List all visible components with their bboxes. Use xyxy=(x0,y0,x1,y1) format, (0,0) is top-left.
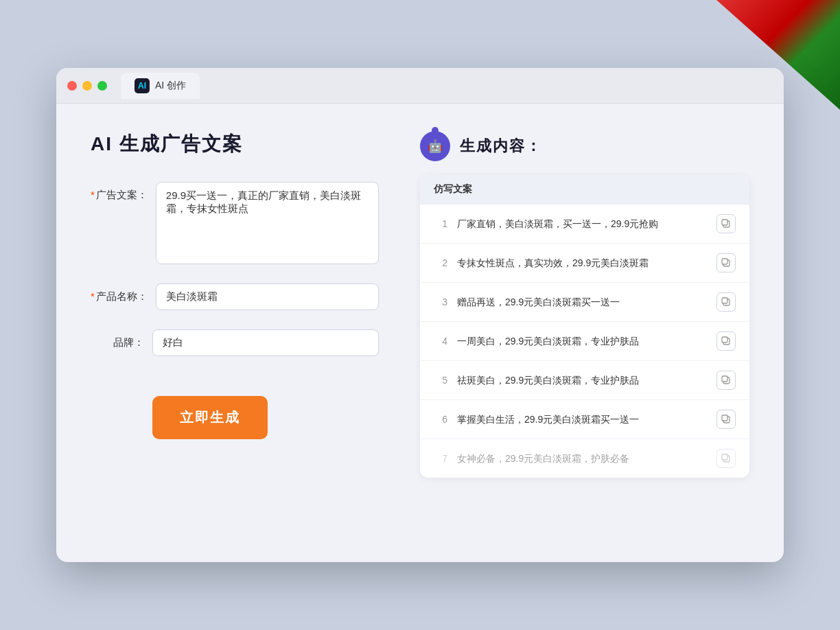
brand-label: 品牌： xyxy=(91,329,152,349)
row-number: 2 xyxy=(434,257,447,268)
copy-button[interactable] xyxy=(716,331,736,351)
copy-button[interactable] xyxy=(716,449,736,468)
row-number: 6 xyxy=(434,414,447,425)
maximize-window-button[interactable] xyxy=(97,81,107,91)
tab-label: AI 创作 xyxy=(155,80,186,92)
product-name-input[interactable] xyxy=(156,283,379,310)
copy-button[interactable] xyxy=(716,214,736,233)
row-text: 女神必备，29.9元美白淡斑霜，护肤必备 xyxy=(457,452,707,466)
copy-button[interactable] xyxy=(716,292,736,312)
svg-rect-11 xyxy=(722,415,727,421)
svg-rect-13 xyxy=(722,454,727,460)
product-name-label: *产品名称： xyxy=(91,283,156,303)
generate-button[interactable]: 立即生成 xyxy=(152,396,268,439)
table-header: 仿写文案 xyxy=(420,175,749,205)
robot-icon: 🤖 xyxy=(420,131,450,161)
table-row: 5祛斑美白，29.9元美白淡斑霜，专业护肤品 xyxy=(420,361,749,400)
product-name-group: *产品名称： xyxy=(91,283,379,310)
brand-input[interactable] xyxy=(152,329,379,356)
row-number: 7 xyxy=(434,453,447,464)
row-text: 一周美白，29.9元美白淡斑霜，专业护肤品 xyxy=(457,334,707,349)
window-controls xyxy=(67,81,107,91)
table-row: 3赠品再送，29.9元美白淡斑霜买一送一 xyxy=(420,283,749,322)
title-bar: AI AI 创作 xyxy=(56,68,784,104)
right-panel: 🤖 生成内容： 仿写文案 1厂家直销，美白淡斑霜，买一送一，29.9元抢购 2专… xyxy=(420,131,749,478)
svg-rect-5 xyxy=(722,298,727,303)
required-star-2: * xyxy=(91,290,95,302)
result-title: 生成内容： xyxy=(460,136,542,156)
svg-rect-9 xyxy=(722,376,727,382)
row-number: 1 xyxy=(434,218,447,229)
browser-window: AI AI 创作 AI 生成广告文案 *广告文案： *产品名称： xyxy=(56,68,784,562)
ad-copy-input[interactable] xyxy=(156,182,379,264)
main-content: AI 生成广告文案 *广告文案： *产品名称： 品牌： 立 xyxy=(56,104,784,505)
result-table: 仿写文案 1厂家直销，美白淡斑霜，买一送一，29.9元抢购 2专抹女性斑点，真实… xyxy=(420,175,749,478)
result-header: 🤖 生成内容： xyxy=(420,131,749,161)
tab-icon: AI xyxy=(135,78,150,93)
ai-creation-tab[interactable]: AI AI 创作 xyxy=(121,73,200,99)
svg-rect-7 xyxy=(722,337,727,342)
left-panel: AI 生成广告文案 *广告文案： *产品名称： 品牌： 立 xyxy=(91,131,379,478)
result-rows-container: 1厂家直销，美白淡斑霜，买一送一，29.9元抢购 2专抹女性斑点，真实功效，29… xyxy=(420,205,749,478)
required-star: * xyxy=(91,189,95,200)
row-number: 4 xyxy=(434,336,447,347)
svg-rect-1 xyxy=(722,220,727,225)
svg-rect-3 xyxy=(722,259,727,264)
row-text: 掌握美白生活，29.9元美白淡斑霜买一送一 xyxy=(457,412,707,427)
row-number: 3 xyxy=(434,296,447,307)
row-text: 专抹女性斑点，真实功效，29.9元美白淡斑霜 xyxy=(457,256,707,270)
copy-button[interactable] xyxy=(716,371,736,390)
table-row: 4一周美白，29.9元美白淡斑霜，专业护肤品 xyxy=(420,322,749,361)
table-row: 6掌握美白生活，29.9元美白淡斑霜买一送一 xyxy=(420,400,749,439)
page-title: AI 生成广告文案 xyxy=(91,131,379,157)
brand-group: 品牌： xyxy=(91,329,379,356)
row-text: 祛斑美白，29.9元美白淡斑霜，专业护肤品 xyxy=(457,373,707,388)
ad-copy-group: *广告文案： xyxy=(91,182,379,264)
table-row: 1厂家直销，美白淡斑霜，买一送一，29.9元抢购 xyxy=(420,205,749,244)
minimize-window-button[interactable] xyxy=(82,81,92,91)
row-text: 赠品再送，29.9元美白淡斑霜买一送一 xyxy=(457,295,707,310)
row-number: 5 xyxy=(434,375,447,386)
table-row: 2专抹女性斑点，真实功效，29.9元美白淡斑霜 xyxy=(420,244,749,283)
close-window-button[interactable] xyxy=(67,81,77,91)
robot-face: 🤖 xyxy=(428,139,443,154)
copy-button[interactable] xyxy=(716,410,736,429)
row-text: 厂家直销，美白淡斑霜，买一送一，29.9元抢购 xyxy=(457,217,707,231)
copy-button[interactable] xyxy=(716,253,736,272)
ad-copy-label: *广告文案： xyxy=(91,182,156,202)
table-row: 7女神必备，29.9元美白淡斑霜，护肤必备 xyxy=(420,439,749,478)
